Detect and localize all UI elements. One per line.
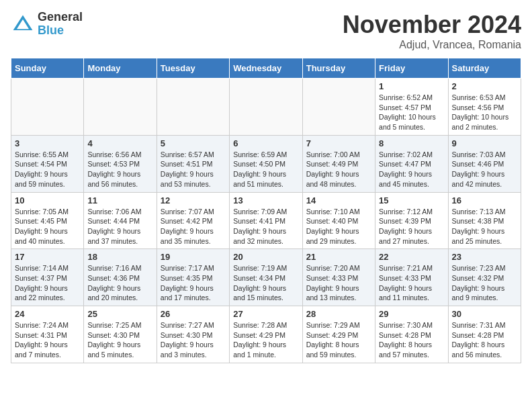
day-number: 23 xyxy=(452,252,517,262)
day-number: 6 xyxy=(233,138,298,148)
calendar-cell: 11Sunrise: 7:06 AM Sunset: 4:44 PM Dayli… xyxy=(84,192,157,249)
calendar-cell xyxy=(230,79,302,136)
calendar-cell: 18Sunrise: 7:16 AM Sunset: 4:36 PM Dayli… xyxy=(84,249,157,306)
calendar-cell: 8Sunrise: 7:02 AM Sunset: 4:47 PM Daylig… xyxy=(375,135,448,192)
calendar-cell: 9Sunrise: 7:03 AM Sunset: 4:46 PM Daylig… xyxy=(448,135,521,192)
logo-icon xyxy=(11,12,35,36)
day-number: 24 xyxy=(15,309,80,319)
calendar-cell: 12Sunrise: 7:07 AM Sunset: 4:42 PM Dayli… xyxy=(157,192,229,249)
calendar-cell: 23Sunrise: 7:23 AM Sunset: 4:32 PM Dayli… xyxy=(448,249,521,306)
day-info: Sunrise: 7:31 AM Sunset: 4:28 PM Dayligh… xyxy=(452,320,517,360)
day-number: 11 xyxy=(87,195,152,205)
calendar-cell: 26Sunrise: 7:27 AM Sunset: 4:30 PM Dayli… xyxy=(157,306,229,363)
calendar-week-1: 1Sunrise: 6:52 AM Sunset: 4:57 PM Daylig… xyxy=(11,79,521,136)
column-header-thursday: Thursday xyxy=(302,58,375,79)
calendar-cell: 7Sunrise: 7:00 AM Sunset: 4:49 PM Daylig… xyxy=(302,135,375,192)
day-info: Sunrise: 7:13 AM Sunset: 4:38 PM Dayligh… xyxy=(452,207,517,246)
day-info: Sunrise: 7:02 AM Sunset: 4:47 PM Dayligh… xyxy=(379,150,444,189)
logo-general-text: General xyxy=(38,11,83,24)
day-info: Sunrise: 6:55 AM Sunset: 4:54 PM Dayligh… xyxy=(15,150,80,189)
day-number: 20 xyxy=(233,252,298,262)
day-info: Sunrise: 7:27 AM Sunset: 4:30 PM Dayligh… xyxy=(161,320,226,360)
logo-blue-text: Blue xyxy=(38,24,83,38)
day-info: Sunrise: 7:23 AM Sunset: 4:32 PM Dayligh… xyxy=(452,263,517,303)
day-number: 18 xyxy=(87,252,152,262)
day-info: Sunrise: 6:56 AM Sunset: 4:53 PM Dayligh… xyxy=(87,150,152,189)
day-info: Sunrise: 7:06 AM Sunset: 4:44 PM Dayligh… xyxy=(87,207,152,246)
calendar-cell xyxy=(302,79,375,136)
day-number: 5 xyxy=(161,138,226,148)
day-info: Sunrise: 7:17 AM Sunset: 4:35 PM Dayligh… xyxy=(161,263,226,303)
calendar-cell xyxy=(11,79,84,136)
day-info: Sunrise: 7:14 AM Sunset: 4:37 PM Dayligh… xyxy=(15,263,80,303)
day-number: 22 xyxy=(379,252,444,262)
day-info: Sunrise: 7:29 AM Sunset: 4:29 PM Dayligh… xyxy=(306,320,371,360)
column-header-friday: Friday xyxy=(375,58,448,79)
title-area: November 2024 Adjud, Vrancea, Romania xyxy=(343,11,521,51)
day-info: Sunrise: 7:07 AM Sunset: 4:42 PM Dayligh… xyxy=(161,207,226,246)
day-number: 14 xyxy=(306,195,371,205)
calendar-cell: 19Sunrise: 7:17 AM Sunset: 4:35 PM Dayli… xyxy=(157,249,229,306)
calendar-cell: 27Sunrise: 7:28 AM Sunset: 4:29 PM Dayli… xyxy=(230,306,302,363)
calendar-cell: 3Sunrise: 6:55 AM Sunset: 4:54 PM Daylig… xyxy=(11,135,84,192)
day-number: 25 xyxy=(87,309,152,319)
calendar-week-3: 10Sunrise: 7:05 AM Sunset: 4:45 PM Dayli… xyxy=(11,192,521,249)
calendar-cell xyxy=(84,79,157,136)
day-number: 17 xyxy=(15,252,80,262)
calendar-cell: 30Sunrise: 7:31 AM Sunset: 4:28 PM Dayli… xyxy=(448,306,521,363)
day-number: 16 xyxy=(452,195,517,205)
day-number: 19 xyxy=(161,252,226,262)
calendar-cell: 6Sunrise: 6:59 AM Sunset: 4:50 PM Daylig… xyxy=(230,135,302,192)
day-number: 10 xyxy=(15,195,80,205)
day-info: Sunrise: 7:16 AM Sunset: 4:36 PM Dayligh… xyxy=(87,263,152,303)
day-info: Sunrise: 7:21 AM Sunset: 4:33 PM Dayligh… xyxy=(379,263,444,303)
day-info: Sunrise: 7:28 AM Sunset: 4:29 PM Dayligh… xyxy=(233,320,298,360)
calendar-cell: 2Sunrise: 6:53 AM Sunset: 4:56 PM Daylig… xyxy=(448,79,521,136)
day-info: Sunrise: 7:25 AM Sunset: 4:30 PM Dayligh… xyxy=(87,320,152,360)
day-number: 27 xyxy=(233,309,298,319)
calendar-cell: 20Sunrise: 7:19 AM Sunset: 4:34 PM Dayli… xyxy=(230,249,302,306)
location-subtitle: Adjud, Vrancea, Romania xyxy=(343,39,521,51)
calendar-cell: 4Sunrise: 6:56 AM Sunset: 4:53 PM Daylig… xyxy=(84,135,157,192)
day-number: 26 xyxy=(161,309,226,319)
calendar-cell: 21Sunrise: 7:20 AM Sunset: 4:33 PM Dayli… xyxy=(302,249,375,306)
logo: General Blue xyxy=(11,11,83,38)
day-info: Sunrise: 7:09 AM Sunset: 4:41 PM Dayligh… xyxy=(233,207,298,246)
day-number: 1 xyxy=(379,81,444,91)
day-number: 13 xyxy=(233,195,298,205)
month-title: November 2024 xyxy=(343,11,521,39)
day-info: Sunrise: 6:52 AM Sunset: 4:57 PM Dayligh… xyxy=(379,93,444,132)
day-number: 30 xyxy=(452,309,517,319)
day-info: Sunrise: 7:30 AM Sunset: 4:28 PM Dayligh… xyxy=(379,320,444,360)
day-info: Sunrise: 7:24 AM Sunset: 4:31 PM Dayligh… xyxy=(15,320,80,360)
day-number: 9 xyxy=(452,138,517,148)
calendar-cell: 5Sunrise: 6:57 AM Sunset: 4:51 PM Daylig… xyxy=(157,135,229,192)
logo-text: General Blue xyxy=(38,11,83,38)
calendar-cell: 16Sunrise: 7:13 AM Sunset: 4:38 PM Dayli… xyxy=(448,192,521,249)
day-number: 21 xyxy=(306,252,371,262)
calendar-cell: 15Sunrise: 7:12 AM Sunset: 4:39 PM Dayli… xyxy=(375,192,448,249)
calendar-cell: 29Sunrise: 7:30 AM Sunset: 4:28 PM Dayli… xyxy=(375,306,448,363)
calendar-cell: 17Sunrise: 7:14 AM Sunset: 4:37 PM Dayli… xyxy=(11,249,84,306)
day-info: Sunrise: 6:59 AM Sunset: 4:50 PM Dayligh… xyxy=(233,150,298,189)
day-info: Sunrise: 7:05 AM Sunset: 4:45 PM Dayligh… xyxy=(15,207,80,246)
column-header-tuesday: Tuesday xyxy=(157,58,229,79)
day-number: 28 xyxy=(306,309,371,319)
day-info: Sunrise: 7:10 AM Sunset: 4:40 PM Dayligh… xyxy=(306,207,371,246)
calendar-week-4: 17Sunrise: 7:14 AM Sunset: 4:37 PM Dayli… xyxy=(11,249,521,306)
column-header-saturday: Saturday xyxy=(448,58,521,79)
day-number: 3 xyxy=(15,138,80,148)
day-info: Sunrise: 7:20 AM Sunset: 4:33 PM Dayligh… xyxy=(306,263,371,303)
header: General Blue November 2024 Adjud, Vrance… xyxy=(11,11,521,51)
calendar-week-2: 3Sunrise: 6:55 AM Sunset: 4:54 PM Daylig… xyxy=(11,135,521,192)
calendar-cell xyxy=(157,79,229,136)
day-info: Sunrise: 7:03 AM Sunset: 4:46 PM Dayligh… xyxy=(452,150,517,189)
column-header-sunday: Sunday xyxy=(11,58,84,79)
column-header-monday: Monday xyxy=(84,58,157,79)
calendar-cell: 24Sunrise: 7:24 AM Sunset: 4:31 PM Dayli… xyxy=(11,306,84,363)
calendar-table: SundayMondayTuesdayWednesdayThursdayFrid… xyxy=(11,58,521,363)
column-header-wednesday: Wednesday xyxy=(230,58,302,79)
day-info: Sunrise: 6:53 AM Sunset: 4:56 PM Dayligh… xyxy=(452,93,517,132)
day-number: 29 xyxy=(379,309,444,319)
day-number: 12 xyxy=(161,195,226,205)
